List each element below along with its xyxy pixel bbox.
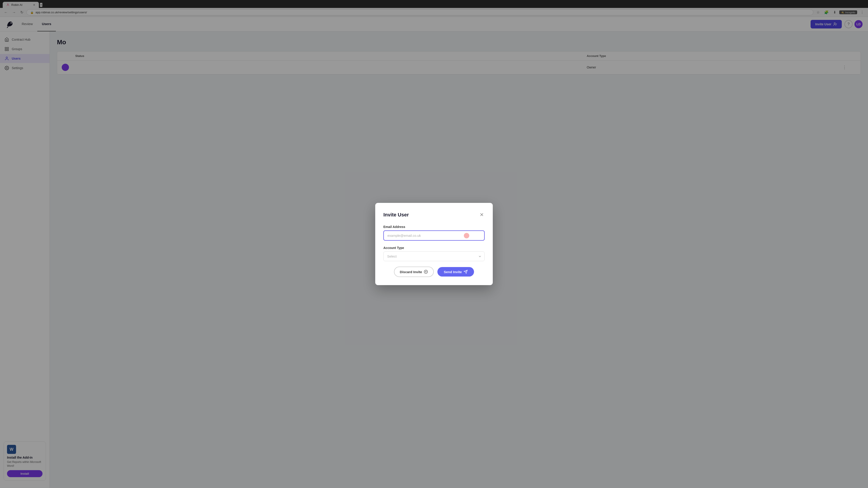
modal-overlay: Invite User ✕ Email Address Account Type… (0, 0, 868, 488)
discard-invite-label: Discard Invite (400, 270, 422, 274)
send-invite-label: Send Invite (444, 270, 462, 274)
account-type-select[interactable]: Select Owner Admin Member (383, 252, 485, 261)
send-icon (464, 270, 468, 274)
account-type-select-wrapper: Select Owner Admin Member (383, 252, 485, 261)
send-invite-button[interactable]: Send Invite (437, 267, 474, 276)
invite-user-modal: Invite User ✕ Email Address Account Type… (375, 203, 493, 285)
modal-title: Invite User (383, 212, 409, 218)
modal-close-button[interactable]: ✕ (479, 211, 485, 219)
discard-icon (424, 270, 428, 274)
email-form-group: Email Address (383, 225, 485, 240)
account-type-label: Account Type (383, 246, 485, 250)
modal-actions: Discard Invite Send Invite (383, 267, 485, 277)
discard-invite-button[interactable]: Discard Invite (394, 267, 434, 277)
email-label: Email Address (383, 225, 485, 229)
account-type-form-group: Account Type Select Owner Admin Member (383, 246, 485, 261)
email-input[interactable] (383, 230, 485, 240)
modal-header: Invite User ✕ (383, 211, 485, 219)
